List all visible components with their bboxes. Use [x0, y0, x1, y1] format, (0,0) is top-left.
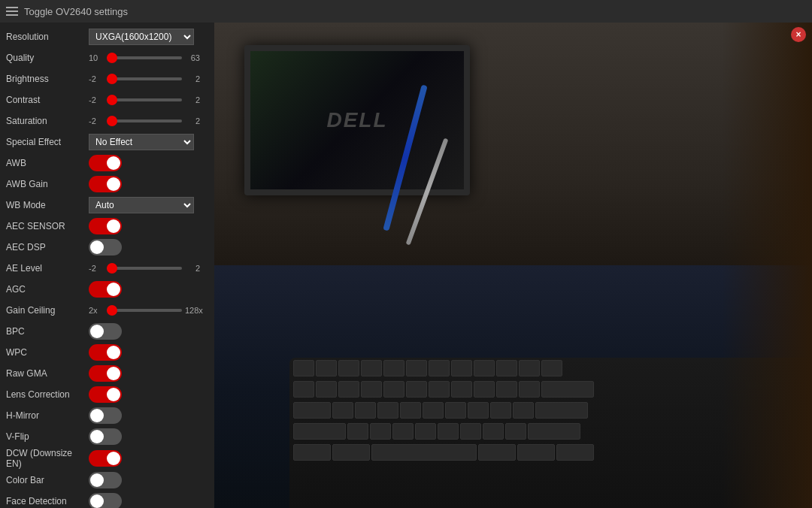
spacebar: [371, 444, 477, 461]
gain-ceiling-slider-container: 2x 128x: [89, 306, 208, 315]
key: [460, 423, 481, 440]
agc-row: AGC: [6, 280, 208, 299]
key: [415, 423, 436, 440]
aec-dsp-label: AEC DSP: [6, 242, 89, 252]
quality-max: 63: [185, 53, 200, 62]
awb-toggle[interactable]: [89, 155, 122, 171]
gain-ceiling-slider[interactable]: [107, 309, 182, 312]
contrast-slider[interactable]: [107, 98, 182, 101]
wb-mode-select[interactable]: Auto Sunny Cloudy Office Home: [89, 197, 194, 213]
key: [429, 381, 450, 398]
ae-level-label: AE Level: [6, 263, 89, 274]
saturation-max: 2: [185, 116, 200, 125]
monitor-brand: DELL: [326, 108, 387, 132]
brightness-slider[interactable]: [107, 77, 182, 80]
bpc-label: BPC: [6, 326, 89, 337]
raw-gma-toggle[interactable]: [89, 365, 122, 382]
gain-ceiling-row: Gain Ceiling 2x 128x: [6, 301, 208, 320]
saturation-min: -2: [89, 116, 104, 125]
keyboard-row-4: [289, 421, 812, 442]
quality-slider-container: 10 63: [89, 53, 208, 62]
key: [528, 423, 580, 440]
key: [293, 444, 331, 461]
wpc-row: WPC: [6, 343, 208, 362]
face-detection-label: Face Detection: [6, 496, 89, 506]
color-bar-toggle[interactable]: [89, 472, 122, 488]
dcw-toggle[interactable]: [89, 450, 122, 467]
awb-label: AWB: [6, 158, 89, 168]
resolution-select[interactable]: UXGA(1600x1200) SXGA(1280x1024) XGA(1024…: [89, 29, 194, 45]
contrast-label: Contrast: [6, 95, 89, 105]
key: [541, 360, 562, 376]
wb-mode-row: WB Mode Auto Sunny Cloudy Office Home: [6, 195, 208, 215]
wpc-label: WPC: [6, 347, 89, 358]
key: [519, 360, 540, 376]
wpc-toggle[interactable]: [89, 344, 122, 361]
awb-gain-toggle[interactable]: [89, 176, 122, 192]
titlebar-text: Toggle OV2640 settings: [24, 6, 128, 17]
ae-level-slider[interactable]: [107, 267, 182, 270]
special-effect-select[interactable]: No Effect Negative Grayscale: [89, 134, 194, 150]
saturation-label: Saturation: [6, 116, 89, 126]
brightness-slider-container: -2 2: [89, 74, 208, 83]
aec-sensor-row: AEC SENSOR: [6, 216, 208, 236]
main-layout: Resolution UXGA(1600x1200) SXGA(1280x102…: [0, 23, 812, 508]
awb-gain-row: AWB Gain: [6, 174, 208, 194]
key: [293, 381, 314, 398]
contrast-row: Contrast -2 2: [6, 90, 208, 110]
saturation-row: Saturation -2 2: [6, 111, 208, 131]
key: [400, 402, 421, 419]
raw-gma-label: Raw GMA: [6, 368, 89, 379]
key: [438, 423, 459, 440]
key: [355, 402, 376, 419]
sidebar: Resolution UXGA(1600x1200) SXGA(1280x102…: [0, 23, 214, 508]
quality-slider[interactable]: [107, 56, 182, 59]
camera-background: DELL: [214, 23, 812, 508]
lens-correction-label: Lens Correction: [6, 389, 89, 400]
v-flip-label: V-Flip: [6, 431, 89, 442]
v-flip-toggle[interactable]: [89, 428, 122, 445]
contrast-slider-container: -2 2: [89, 95, 208, 104]
keyboard-row-1: [289, 358, 812, 379]
saturation-slider[interactable]: [107, 119, 182, 122]
h-mirror-label: H-Mirror: [6, 410, 89, 421]
key: [377, 402, 398, 419]
camera-view: × DELL: [214, 23, 812, 508]
face-detection-toggle[interactable]: [89, 493, 122, 508]
key: [474, 360, 495, 376]
key: [383, 381, 404, 398]
gain-ceiling-max: 128x: [185, 306, 203, 315]
quality-min: 10: [89, 53, 104, 62]
ae-level-max: 2: [185, 264, 200, 273]
key: [519, 381, 540, 398]
quality-row: Quality 10 63: [6, 48, 208, 68]
hamburger-menu[interactable]: [6, 7, 18, 16]
key: [556, 444, 594, 461]
key: [423, 402, 444, 419]
ae-level-min: -2: [89, 264, 104, 273]
agc-label: AGC: [6, 284, 89, 295]
key: [406, 360, 427, 376]
bpc-toggle[interactable]: [89, 323, 122, 340]
key: [478, 444, 516, 461]
special-effect-label: Special Effect: [6, 137, 89, 147]
key: [490, 402, 511, 419]
key: [496, 381, 517, 398]
aec-sensor-toggle[interactable]: [89, 218, 122, 234]
h-mirror-row: H-Mirror: [6, 406, 208, 425]
ae-level-row: AE Level -2 2: [6, 259, 208, 278]
awb-gain-label: AWB Gain: [6, 179, 89, 189]
keyboard-row-2: [289, 379, 812, 400]
key: [338, 381, 359, 398]
dcw-row: DCW (Downsize EN): [6, 448, 208, 469]
close-button[interactable]: ×: [791, 27, 806, 42]
gain-ceiling-min: 2x: [89, 306, 104, 315]
gain-ceiling-label: Gain Ceiling: [6, 305, 89, 316]
h-mirror-toggle[interactable]: [89, 407, 122, 424]
agc-toggle[interactable]: [89, 281, 122, 298]
resolution-row: Resolution UXGA(1600x1200) SXGA(1280x102…: [6, 27, 208, 47]
lens-correction-row: Lens Correction: [6, 385, 208, 404]
aec-dsp-toggle[interactable]: [89, 239, 122, 256]
key: [338, 360, 359, 376]
lens-correction-toggle[interactable]: [89, 386, 122, 403]
